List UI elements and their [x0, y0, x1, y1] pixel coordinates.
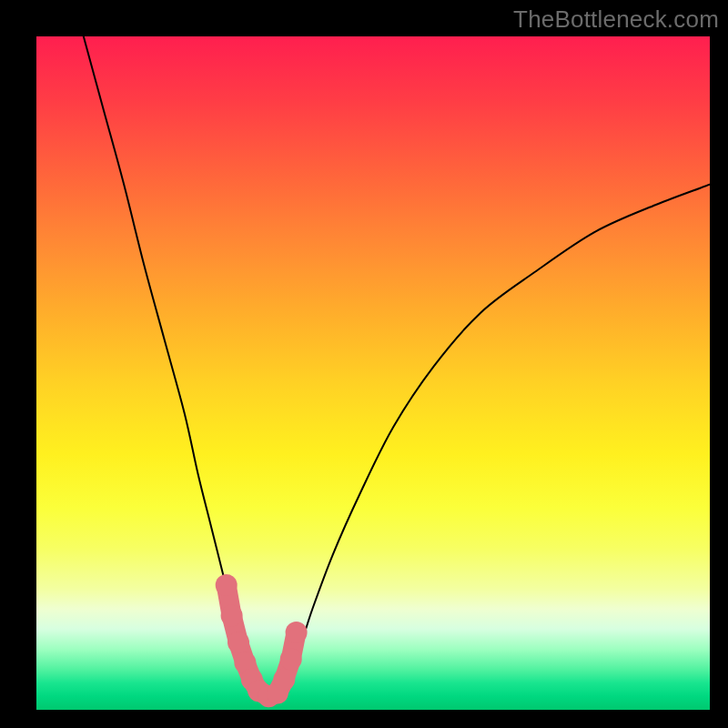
- marker-point: [286, 622, 308, 643]
- plot-area: [36, 36, 710, 710]
- chart-frame: TheBottleneck.com: [0, 0, 728, 728]
- marker-point: [221, 604, 243, 626]
- marker-group: [216, 574, 308, 707]
- bottleneck-curve: [84, 36, 710, 697]
- marker-point: [216, 574, 238, 596]
- watermark-text: TheBottleneck.com: [513, 5, 719, 34]
- marker-point: [273, 669, 295, 691]
- marker-point: [228, 632, 249, 653]
- marker-point: [280, 649, 302, 671]
- chart-svg: [36, 36, 710, 710]
